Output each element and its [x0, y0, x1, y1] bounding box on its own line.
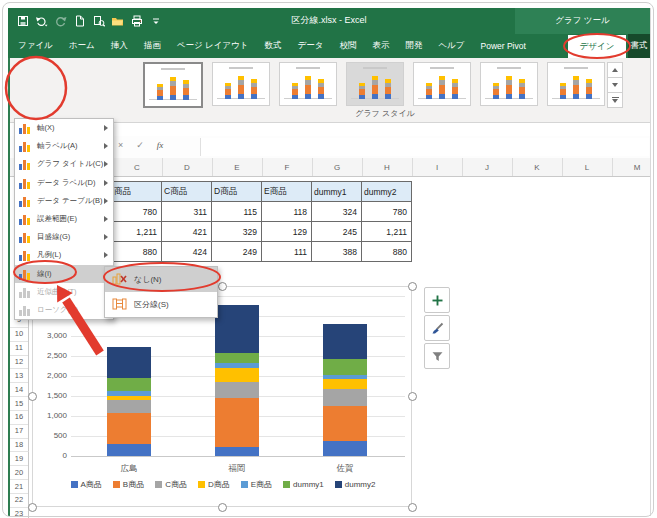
bar-segment-D商品[interactable] — [323, 379, 367, 389]
tab-校閲[interactable]: 校閲 — [331, 34, 364, 58]
column-header-K[interactable]: K — [512, 158, 563, 176]
legend-item-dummy2[interactable]: dummy2 — [335, 479, 376, 490]
chart-styles-button[interactable] — [424, 315, 450, 341]
menu-item-グラフ タイトル(C)[interactable]: グラフ タイトル(C) — [15, 155, 113, 173]
table-header-cell[interactable]: dummy2 — [362, 182, 412, 202]
menu-item-軸ラベル(A)[interactable]: 軸ラベル(A) — [15, 137, 113, 155]
table-data-cell[interactable]: 424 — [162, 242, 212, 262]
open-folder-icon[interactable] — [111, 15, 124, 28]
selection-handle[interactable] — [408, 503, 417, 512]
tab-ファイル[interactable]: ファイル — [10, 34, 61, 58]
row-header-13[interactable]: 13 — [10, 368, 29, 383]
gallery-scroll-down-button[interactable] — [607, 77, 623, 93]
table-data-cell[interactable]: 245 — [312, 222, 362, 242]
row-header-14[interactable]: 14 — [10, 382, 29, 397]
bar-segment-A商品[interactable] — [323, 441, 367, 456]
bar-segment-B商品[interactable] — [215, 398, 259, 446]
chart-filters-button[interactable] — [424, 343, 450, 369]
row-header-11[interactable]: 11 — [10, 341, 29, 356]
chart-style-thumb[interactable] — [547, 62, 605, 106]
gallery-more-button[interactable] — [607, 92, 623, 108]
submenu-item-なし(N)[interactable]: なし(N) — [105, 267, 217, 292]
selection-handle[interactable] — [218, 503, 227, 512]
column-header-F[interactable]: F — [262, 158, 313, 176]
column-header-L[interactable]: L — [562, 158, 613, 176]
new-file-icon[interactable] — [73, 15, 86, 28]
column-header-C[interactable]: C — [112, 158, 163, 176]
bar-segment-D商品[interactable] — [107, 396, 151, 401]
row-header-15[interactable]: 15 — [10, 396, 29, 411]
menu-item-誤差範囲(E)[interactable]: 誤差範囲(E) — [15, 210, 113, 228]
row-header-16[interactable]: 16 — [10, 410, 29, 425]
bar-segment-dummy1[interactable] — [107, 378, 151, 391]
formula-input[interactable] — [200, 138, 649, 156]
table-data-cell[interactable]: 129 — [262, 222, 312, 242]
legend-item-A商品[interactable]: A商品 — [71, 479, 102, 490]
menu-item-軸(X)[interactable]: 軸(X) — [15, 119, 113, 137]
table-header-cell[interactable]: D商品 — [212, 182, 262, 202]
selection-handle[interactable] — [28, 503, 37, 512]
customize-qat-icon[interactable] — [149, 15, 162, 28]
cancel-icon[interactable]: × — [118, 140, 123, 150]
redo-icon[interactable] — [54, 15, 67, 28]
bar-segment-dummy2[interactable] — [215, 305, 259, 353]
menu-item-近似曲線(T)[interactable]: 近似曲線(T) — [15, 283, 113, 301]
row-header-10[interactable]: 10 — [10, 327, 29, 342]
menu-item-線(I)[interactable]: 線(I) — [15, 265, 113, 283]
tab-開発[interactable]: 開発 — [397, 34, 430, 58]
table-data-cell[interactable]: 1,211 — [112, 222, 162, 242]
table-data-cell[interactable]: 780 — [362, 202, 412, 222]
tab-描画[interactable]: 描画 — [136, 34, 169, 58]
column-header-D[interactable]: D — [162, 158, 213, 176]
bar-segment-B商品[interactable] — [323, 406, 367, 441]
row-header-21[interactable]: 21 — [10, 479, 29, 494]
row-header-19[interactable]: 19 — [10, 452, 29, 467]
table-data-cell[interactable]: 115 — [212, 202, 262, 222]
bar-segment-C商品[interactable] — [215, 382, 259, 399]
table-data-cell[interactable]: 880 — [112, 242, 162, 262]
table-data-cell[interactable]: 118 — [262, 202, 312, 222]
table-header-cell[interactable]: C商品 — [162, 182, 212, 202]
table-data-cell[interactable]: 111 — [262, 242, 312, 262]
column-header-I[interactable]: I — [412, 158, 463, 176]
quick-print-icon[interactable] — [130, 15, 143, 28]
bar-segment-A商品[interactable] — [107, 444, 151, 456]
table-data-cell[interactable]: 780 — [112, 202, 162, 222]
row-header-23[interactable]: 23 — [10, 507, 29, 518]
tab-design-active[interactable]: デザイン — [568, 35, 626, 58]
row-header-12[interactable]: 12 — [10, 355, 29, 370]
chart-style-thumb[interactable] — [480, 62, 538, 106]
column-header-H[interactable]: H — [362, 158, 413, 176]
tab-ホーム[interactable]: ホーム — [61, 34, 103, 58]
menu-item-データ テーブル(B)[interactable]: データ テーブル(B) — [15, 192, 113, 210]
tab-format[interactable]: 書式 — [626, 34, 652, 58]
bar-segment-A商品[interactable] — [215, 447, 259, 456]
column-header-E[interactable]: E — [212, 158, 263, 176]
chart-style-thumb[interactable] — [346, 62, 404, 106]
legend-item-C商品[interactable]: C商品 — [155, 479, 187, 490]
bar-segment-C商品[interactable] — [107, 400, 151, 412]
enter-icon[interactable]: ✓ — [136, 140, 144, 150]
row-header-17[interactable]: 17 — [10, 424, 29, 439]
row-header-22[interactable]: 22 — [10, 493, 29, 508]
bar-segment-dummy2[interactable] — [107, 347, 151, 378]
column-header-J[interactable]: J — [462, 158, 513, 176]
menu-item-ローソク(U)[interactable]: ローソク(U) — [15, 301, 113, 319]
tab-ヘルプ[interactable]: ヘルプ — [430, 34, 472, 58]
submenu-item-区分線(S)[interactable]: 区分線(S) — [105, 292, 217, 317]
chart-style-thumb[interactable] — [413, 62, 471, 106]
row-header-18[interactable]: 18 — [10, 438, 29, 453]
bar-segment-dummy1[interactable] — [215, 353, 259, 363]
bar-segment-E商品[interactable] — [215, 363, 259, 368]
save-icon[interactable] — [16, 15, 29, 28]
selection-handle[interactable] — [28, 392, 37, 401]
table-data-cell[interactable]: 324 — [312, 202, 362, 222]
table-header-cell[interactable]: E商品 — [262, 182, 312, 202]
tab-数式[interactable]: 数式 — [256, 34, 289, 58]
table-data-cell[interactable]: 311 — [162, 202, 212, 222]
tab-表示[interactable]: 表示 — [364, 34, 397, 58]
menu-item-目盛線(G)[interactable]: 目盛線(G) — [15, 228, 113, 246]
row-header-20[interactable]: 20 — [10, 465, 29, 480]
print-preview-icon[interactable] — [92, 15, 105, 28]
legend-item-E商品[interactable]: E商品 — [241, 479, 272, 490]
